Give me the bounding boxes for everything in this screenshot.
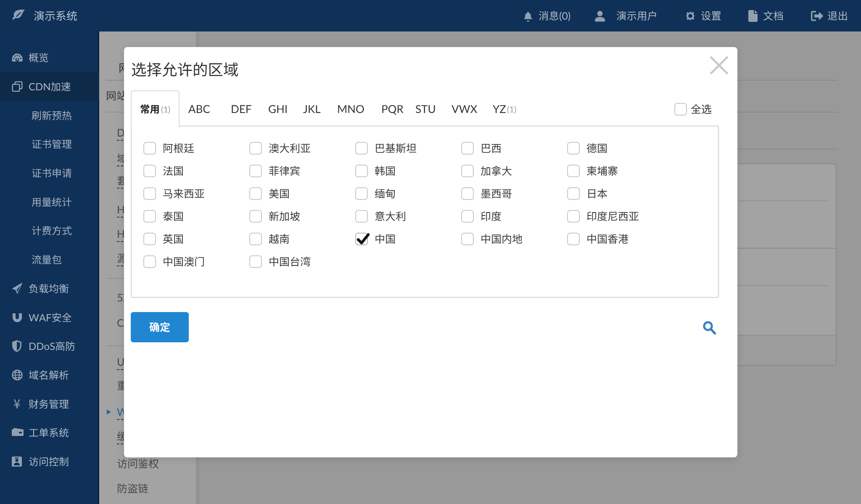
tab-def[interactable]: [231, 101, 252, 117]
region-checkbox[interactable]: [567, 142, 580, 155]
region-checkbox[interactable]: [461, 233, 474, 245]
tab-abc[interactable]: [188, 101, 210, 117]
region-label[interactable]: [269, 140, 311, 156]
navbar-item-label[interactable]: [701, 8, 721, 24]
navbar-item-label[interactable]: [616, 8, 658, 24]
region-checkbox[interactable]: [355, 142, 368, 155]
sidebar-item-label[interactable]: [32, 194, 72, 210]
tab-mno[interactable]: [337, 101, 364, 117]
sidebar-item-label[interactable]: [32, 165, 72, 181]
gear-icon[interactable]: [684, 10, 696, 22]
sidebar-item-label[interactable]: [29, 281, 69, 296]
region-checkbox-checked[interactable]: [355, 233, 368, 245]
region-label[interactable]: [163, 140, 194, 156]
wallet-icon: [12, 428, 24, 438]
tab-yz-count: [507, 103, 516, 116]
region-checkbox[interactable]: [249, 165, 262, 177]
region-checkbox[interactable]: [143, 187, 156, 200]
clone-icon: [12, 81, 23, 92]
region-checkbox[interactable]: [567, 210, 580, 223]
select-all-label[interactable]: [691, 101, 712, 117]
region-checkbox[interactable]: [355, 187, 368, 200]
sidebar-item-label[interactable]: [29, 425, 69, 440]
region-checkbox[interactable]: [461, 210, 474, 223]
idcard-icon: [12, 456, 22, 467]
region-label[interactable]: [269, 163, 300, 179]
region-checkbox[interactable]: [461, 165, 474, 177]
region-checkbox[interactable]: [249, 142, 262, 155]
sidebar-item-label[interactable]: [32, 108, 72, 123]
region-checkbox[interactable]: [249, 255, 262, 268]
region-label[interactable]: [375, 208, 406, 224]
region-label[interactable]: [163, 186, 205, 202]
region-checkbox[interactable]: [249, 210, 262, 223]
region-label[interactable]: [481, 186, 512, 202]
document-icon[interactable]: [748, 10, 758, 22]
region-label[interactable]: [481, 163, 512, 179]
region-label[interactable]: [481, 208, 502, 224]
region-checkbox[interactable]: [567, 165, 580, 177]
region-checkbox[interactable]: [143, 142, 156, 155]
region-checkbox[interactable]: [567, 233, 580, 245]
tab-vwx[interactable]: [452, 101, 477, 117]
region-checkbox[interactable]: [355, 165, 368, 177]
region-checkbox[interactable]: [461, 187, 474, 200]
region-label[interactable]: [163, 208, 184, 224]
navbar-item-label[interactable]: [539, 8, 570, 24]
confirm-button-label[interactable]: [149, 319, 170, 335]
region-label[interactable]: [269, 254, 311, 270]
region-checkbox[interactable]: [249, 187, 262, 200]
region-checkbox[interactable]: [143, 233, 156, 245]
region-label[interactable]: [586, 208, 639, 224]
select-all-checkbox[interactable]: [674, 103, 687, 116]
region-label[interactable]: [375, 140, 417, 156]
navbar-item-label[interactable]: [827, 8, 848, 24]
region-label[interactable]: [163, 254, 205, 270]
tab-ghi[interactable]: [268, 101, 288, 117]
logout-icon[interactable]: [811, 10, 824, 22]
tab-pqr[interactable]: [381, 101, 404, 117]
sidebar-item-label[interactable]: [29, 339, 75, 354]
navbar-item-label[interactable]: [763, 8, 784, 24]
region-label[interactable]: [481, 140, 502, 156]
region-label[interactable]: [586, 140, 607, 156]
sidebar-item-label[interactable]: [29, 396, 69, 412]
close-icon[interactable]: [710, 56, 728, 74]
tab-stu[interactable]: [415, 101, 436, 117]
region-checkbox[interactable]: [143, 210, 156, 223]
region-checkbox[interactable]: [143, 165, 156, 177]
region-label[interactable]: [269, 231, 290, 247]
sidebar-item-label[interactable]: [32, 223, 72, 238]
sidebar-item-label[interactable]: [29, 454, 69, 469]
region-checkbox[interactable]: [461, 142, 474, 155]
sidebar-item-label[interactable]: [29, 79, 71, 94]
region-label[interactable]: [586, 231, 629, 247]
region-label[interactable]: [269, 186, 290, 202]
region-label[interactable]: [375, 163, 396, 179]
sidebar-item-label[interactable]: [32, 252, 62, 267]
region-label[interactable]: [586, 163, 618, 179]
region-label[interactable]: [163, 163, 184, 179]
tab-jkl[interactable]: [303, 101, 321, 117]
gauge-icon: [12, 53, 23, 62]
region-label[interactable]: [163, 231, 184, 247]
sidebar-item-label[interactable]: [29, 310, 72, 325]
sidebar-item-label[interactable]: [32, 136, 72, 152]
magnet-icon: [12, 312, 23, 323]
user-icon[interactable]: [594, 10, 606, 22]
search-icon[interactable]: [702, 320, 717, 336]
region-label[interactable]: [375, 186, 396, 202]
tab-yz[interactable]: [493, 101, 506, 117]
region-label[interactable]: [586, 186, 607, 202]
sidebar-item-label[interactable]: [29, 50, 49, 65]
region-label[interactable]: [481, 231, 523, 247]
region-label[interactable]: [269, 208, 300, 224]
tab-changyong-label[interactable]: [140, 102, 160, 116]
region-label[interactable]: [375, 231, 396, 247]
region-checkbox[interactable]: [355, 210, 368, 223]
region-checkbox[interactable]: [249, 233, 262, 245]
region-checkbox[interactable]: [567, 187, 580, 200]
region-checkbox[interactable]: [143, 255, 156, 268]
sidebar-item-label[interactable]: [29, 368, 69, 383]
bell-icon[interactable]: [523, 10, 533, 22]
